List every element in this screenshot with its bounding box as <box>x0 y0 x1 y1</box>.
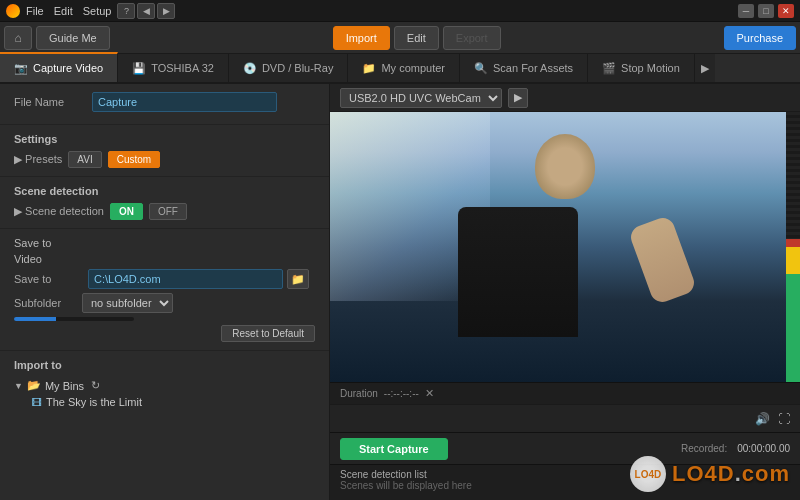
control-bar: 🔊 ⛶ <box>330 404 800 432</box>
my-bins-item[interactable]: ▼ 📂 My Bins ↻ <box>14 377 315 394</box>
tab-stopmotion[interactable]: 🎬 Stop Motion <box>588 54 695 82</box>
scene-detection-section: Scene detection ▶ Scene detection ON OFF <box>0 177 329 229</box>
save-to-section: Save to Video Save to 📁 Subfolder no sub… <box>0 229 329 351</box>
tab-toshiba[interactable]: 💾 TOSHIBA 32 <box>118 54 229 82</box>
my-bins-label: My Bins <box>45 380 84 392</box>
menu-bar: File Edit Setup <box>26 5 111 17</box>
expand-button[interactable]: ⛶ <box>778 412 790 426</box>
edit-button[interactable]: Edit <box>394 26 439 50</box>
watermark-dot: . <box>735 461 742 486</box>
minimize-button[interactable]: ─ <box>738 4 754 18</box>
filename-label: File Name <box>14 96 84 108</box>
start-capture-button[interactable]: Start Capture <box>340 438 448 460</box>
save-to-input[interactable] <box>88 269 283 289</box>
settings-section: Settings ▶ Presets AVI Custom <box>0 125 329 177</box>
filename-row: File Name <box>14 92 315 112</box>
watermark-logo: LO4D <box>630 456 666 492</box>
camera-bar: USB2.0 HD UVC WebCam ▶ <box>330 84 800 112</box>
mycomputer-icon: 📁 <box>362 62 376 75</box>
level-red <box>786 239 800 247</box>
preset-custom-button[interactable]: Custom <box>108 151 160 168</box>
window-controls: ─ □ ✕ <box>738 4 794 18</box>
tab-dvd[interactable]: 💿 DVD / Blu-Ray <box>229 54 349 82</box>
nav-forward[interactable]: ▶ <box>157 3 175 19</box>
title-bar-left: File Edit Setup ? ◀ ▶ <box>6 3 175 19</box>
tab-mycomputer[interactable]: 📁 My computer <box>348 54 460 82</box>
purchase-button[interactable]: Purchase <box>724 26 796 50</box>
progress-bar-row <box>14 317 315 321</box>
person-head <box>535 134 595 199</box>
save-to-main-title: Save to <box>14 237 315 249</box>
tab-scan-label: Scan For Assets <box>493 62 573 74</box>
watermark-text: LO4D.com <box>672 461 790 487</box>
duration-bar: Duration --:--:--:-- ✕ <box>330 382 800 404</box>
menu-edit[interactable]: Edit <box>54 5 73 17</box>
reset-default-button[interactable]: Reset to Default <box>221 325 315 342</box>
left-panel: File Name Settings ▶ Presets AVI Custom … <box>0 84 330 500</box>
nav-arrows: ? ◀ ▶ <box>117 3 175 19</box>
tab-scan[interactable]: 🔍 Scan For Assets <box>460 54 588 82</box>
filename-section: File Name <box>0 84 329 125</box>
subfolder-label: Subfolder <box>14 297 74 309</box>
level-meter <box>786 112 800 382</box>
tab-capture-video[interactable]: 📷 Capture Video <box>0 52 118 82</box>
person-body <box>458 207 578 337</box>
presets-label[interactable]: ▶ Presets <box>14 153 62 166</box>
duration-label: Duration <box>340 388 378 399</box>
close-button[interactable]: ✕ <box>778 4 794 18</box>
refresh-icon[interactable]: ↻ <box>91 379 100 392</box>
video-frame <box>330 112 786 382</box>
folder-browse-button[interactable]: 📁 <box>287 269 309 289</box>
progress-bar <box>14 317 134 321</box>
scene-detect-on-button[interactable]: ON <box>110 203 143 220</box>
preset-avi-button[interactable]: AVI <box>68 151 101 168</box>
tab-more-button[interactable]: ▶ <box>695 54 715 82</box>
right-panel: USB2.0 HD UVC WebCam ▶ <box>330 84 800 500</box>
bin-child-item[interactable]: 🎞 The Sky is the Limit <box>32 394 315 410</box>
recorded-time: 00:00:00.00 <box>737 443 790 454</box>
save-to-label: Save to <box>14 273 84 285</box>
menu-file[interactable]: File <box>26 5 44 17</box>
scene-detect-label[interactable]: ▶ Scene detection <box>14 205 104 218</box>
nav-help[interactable]: ? <box>117 3 135 19</box>
volume-icon[interactable]: 🔊 <box>755 412 770 426</box>
scan-icon: 🔍 <box>474 62 488 75</box>
camera-select[interactable]: USB2.0 HD UVC WebCam <box>340 88 502 108</box>
watermark-com: com <box>742 461 790 486</box>
camera-settings-button[interactable]: ▶ <box>508 88 528 108</box>
video-label: Video <box>14 253 315 265</box>
export-button[interactable]: Export <box>443 26 501 50</box>
dvd-icon: 💿 <box>243 62 257 75</box>
toshiba-icon: 💾 <box>132 62 146 75</box>
video-preview <box>330 112 786 382</box>
stopmotion-icon: 🎬 <box>602 62 616 75</box>
subfolder-select[interactable]: no subfolder <box>82 293 173 313</box>
filename-input[interactable] <box>92 92 277 112</box>
capture-icon: 📷 <box>14 62 28 75</box>
save-to-row: Save to 📁 <box>14 269 315 289</box>
scene-detect-row: ▶ Scene detection ON OFF <box>14 203 315 220</box>
import-to-section: Import to ▼ 📂 My Bins ↻ 🎞 The Sky is the… <box>0 351 329 418</box>
tab-dvd-label: DVD / Blu-Ray <box>262 62 334 74</box>
tab-toshiba-label: TOSHIBA 32 <box>151 62 214 74</box>
presets-row: ▶ Presets AVI Custom <box>14 151 315 168</box>
home-button[interactable]: ⌂ <box>4 26 32 50</box>
main-content: File Name Settings ▶ Presets AVI Custom … <box>0 84 800 500</box>
progress-fill <box>14 317 56 321</box>
maximize-button[interactable]: □ <box>758 4 774 18</box>
watermark: LO4D LO4D.com <box>630 456 790 492</box>
duration-close-button[interactable]: ✕ <box>425 387 434 400</box>
guide-me-button[interactable]: Guide Me <box>36 26 110 50</box>
scene-detection-title: Scene detection <box>14 185 315 197</box>
level-yellow <box>786 247 800 274</box>
nav-back[interactable]: ◀ <box>137 3 155 19</box>
recorded-label: Recorded: <box>681 443 727 454</box>
import-button[interactable]: Import <box>333 26 390 50</box>
scene-detect-off-button[interactable]: OFF <box>149 203 187 220</box>
toolbar: ⌂ Guide Me Import Edit Export Purchase <box>0 22 800 54</box>
menu-setup[interactable]: Setup <box>83 5 112 17</box>
tab-stopmotion-label: Stop Motion <box>621 62 680 74</box>
level-green <box>786 274 800 382</box>
import-to-title: Import to <box>14 359 315 371</box>
app-icon <box>6 4 20 18</box>
